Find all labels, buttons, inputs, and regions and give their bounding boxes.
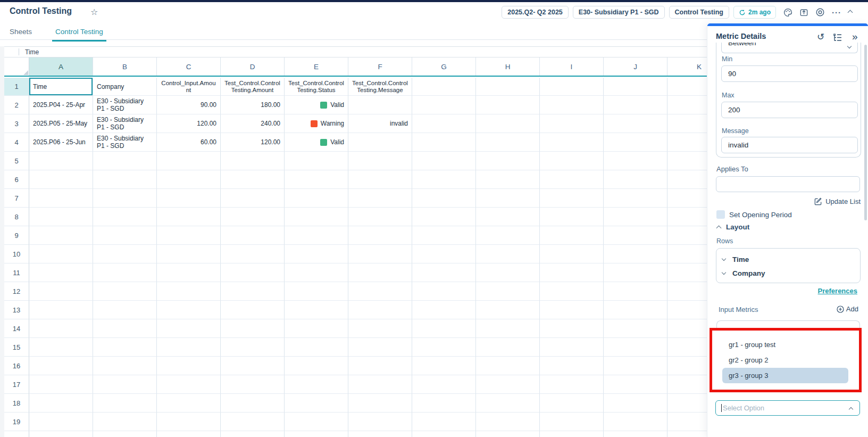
column-header-d[interactable]: D <box>221 57 285 76</box>
grid-cell[interactable] <box>476 375 540 394</box>
grid-cell[interactable] <box>412 375 476 394</box>
preferences-link[interactable]: Preferences <box>818 287 857 295</box>
grid-cell[interactable] <box>540 413 604 431</box>
grid-cell[interactable] <box>540 375 604 394</box>
grid-cell[interactable] <box>157 152 221 170</box>
grid-cell[interactable] <box>285 152 348 170</box>
refresh-status-badge[interactable]: 2m ago <box>733 6 776 19</box>
grid-cell[interactable] <box>540 394 604 413</box>
grid-cell[interactable] <box>157 338 221 357</box>
grid-cell[interactable] <box>476 413 540 431</box>
cell-message[interactable] <box>348 133 412 152</box>
grid-cell[interactable] <box>93 319 157 338</box>
grid-cell[interactable] <box>157 189 221 208</box>
grid-cell[interactable] <box>604 170 667 189</box>
grid-cell[interactable] <box>540 301 604 319</box>
grid-cell[interactable] <box>221 301 285 319</box>
grid-cell[interactable] <box>348 375 412 394</box>
grid-cell[interactable] <box>221 263 285 282</box>
grid-cell[interactable] <box>157 431 221 437</box>
grid-cell[interactable] <box>221 413 285 431</box>
grid-cell[interactable] <box>476 133 540 152</box>
row-number[interactable]: 18 <box>4 394 29 413</box>
grid-cell[interactable] <box>604 357 667 375</box>
grid-cell[interactable] <box>285 431 348 437</box>
grid-cell[interactable] <box>93 189 157 208</box>
cell-input-amount[interactable]: 90.00 <box>157 96 221 114</box>
select-all-corner[interactable] <box>4 57 29 76</box>
history-icon[interactable]: ↺ <box>817 32 824 42</box>
grid-cell[interactable] <box>412 133 476 152</box>
grid-cell[interactable] <box>348 338 412 357</box>
grid-cell[interactable] <box>412 319 476 338</box>
grid-cell[interactable] <box>93 301 157 319</box>
grid-cell[interactable] <box>93 282 157 301</box>
cell-message[interactable] <box>348 96 412 114</box>
grid-cell[interactable] <box>157 263 221 282</box>
grid-cell[interactable] <box>476 338 540 357</box>
column-header-b[interactable]: B <box>93 57 157 76</box>
grid-cell[interactable] <box>412 245 476 263</box>
row-number[interactable]: 1 <box>4 78 29 96</box>
max-field[interactable]: 200 <box>721 102 858 118</box>
grid-cell[interactable] <box>221 394 285 413</box>
grid-cell[interactable] <box>348 208 412 226</box>
grid-cell[interactable] <box>285 413 348 431</box>
row-number[interactable]: 10 <box>4 245 29 263</box>
min-field[interactable]: 90 <box>721 65 858 82</box>
applies-to-field[interactable] <box>716 176 860 192</box>
cell-message[interactable]: invalid <box>348 114 412 133</box>
grid-cell[interactable] <box>348 152 412 170</box>
grid-cell[interactable] <box>285 245 348 263</box>
grid-cell[interactable] <box>412 282 476 301</box>
grid-cell[interactable] <box>540 319 604 338</box>
grid-cell[interactable] <box>348 282 412 301</box>
grid-cell[interactable] <box>93 394 157 413</box>
grid-cell[interactable] <box>93 357 157 375</box>
select-option-combobox[interactable]: Select Option <box>715 400 860 416</box>
grid-cell[interactable] <box>93 431 157 437</box>
grid-cell[interactable] <box>221 282 285 301</box>
grid-cell[interactable] <box>157 301 221 319</box>
grid-cell[interactable] <box>412 413 476 431</box>
grid-cell[interactable] <box>476 96 540 114</box>
grid-cell[interactable] <box>604 245 667 263</box>
grid-cell[interactable] <box>412 394 476 413</box>
grid-cell[interactable] <box>604 78 667 96</box>
grid-cell[interactable] <box>157 357 221 375</box>
row-number[interactable]: 19 <box>4 413 29 431</box>
row-number[interactable]: 14 <box>4 319 29 338</box>
column-header-h[interactable]: H <box>476 57 540 76</box>
grid-cell[interactable] <box>476 78 540 96</box>
row-number[interactable]: 5 <box>4 152 29 170</box>
grid-cell[interactable] <box>604 319 667 338</box>
grid-cell[interactable] <box>29 357 93 375</box>
row-number[interactable]: 2 <box>4 96 29 114</box>
grid-cell[interactable] <box>476 114 540 133</box>
grid-cell[interactable] <box>476 263 540 282</box>
grid-cell[interactable] <box>221 357 285 375</box>
grid-cell[interactable] <box>157 245 221 263</box>
set-opening-period-checkbox[interactable] <box>716 210 725 219</box>
grid-cell[interactable] <box>157 375 221 394</box>
tab-sheets[interactable]: Sheets <box>10 23 32 40</box>
context-chip-period[interactable]: 2025.Q2- Q2 2025 <box>502 6 569 19</box>
grid-cell[interactable] <box>604 282 667 301</box>
update-list-button[interactable]: Update List <box>814 197 861 205</box>
grid-cell[interactable] <box>348 301 412 319</box>
grid-cell[interactable] <box>221 226 285 245</box>
grid-cell[interactable] <box>604 301 667 319</box>
cell-testing-amount[interactable]: 120.00 <box>221 133 285 152</box>
grid-cell[interactable] <box>412 226 476 245</box>
layout-collapse-icon[interactable] <box>716 226 722 231</box>
layout-row-time[interactable]: Time <box>716 252 860 266</box>
cell-e1[interactable]: Test_Control.Control Testing.Status <box>285 78 348 96</box>
grid-cell[interactable] <box>412 431 476 437</box>
axis-dimension-label[interactable]: Time <box>25 48 39 56</box>
panel-scrollbar[interactable] <box>864 45 867 220</box>
collapse-panel-icon[interactable]: » <box>852 31 858 43</box>
grid-cell[interactable] <box>476 301 540 319</box>
cell-d1[interactable]: Test_Control.Control Testing.Amount <box>221 78 285 96</box>
grid-cell[interactable] <box>29 282 93 301</box>
cell-time[interactable]: 2025.P04 - 25-Apr <box>29 96 93 114</box>
